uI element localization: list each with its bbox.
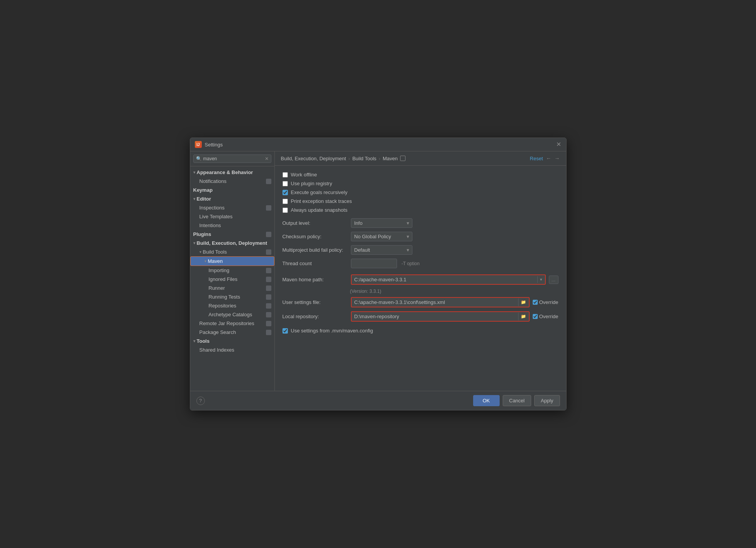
user-settings-override-wrap: Override — [533, 299, 558, 305]
sidebar-item-notifications[interactable]: Notifications — [190, 177, 274, 186]
help-button[interactable]: ? — [196, 397, 205, 405]
sidebar-item-remote-jar[interactable]: Remote Jar Repositories — [190, 319, 274, 328]
sidebar-item-archetype-catalogs[interactable]: Archetype Catalogs — [190, 310, 274, 319]
sidebar-item-label: Running Tests — [209, 294, 240, 300]
sidebar-item-running-tests[interactable]: Running Tests — [190, 292, 274, 301]
title-bar: IJ Settings ✕ — [190, 138, 566, 151]
checksum-policy-label: Checksum policy: — [282, 234, 348, 239]
search-box: 🔍 ✕ — [190, 151, 274, 166]
settings-node-icon — [266, 259, 271, 264]
sidebar-item-build-tools[interactable]: ▾ Build Tools — [190, 247, 274, 256]
sidebar-item-label: Tools — [197, 338, 210, 344]
sidebar-item-repositories[interactable]: Repositories — [190, 301, 274, 310]
expand-arrow-maven: ▾ — [204, 259, 206, 263]
sidebar-item-label: Build Tools — [203, 249, 227, 255]
apply-button[interactable]: Apply — [534, 395, 560, 406]
sidebar-item-label: Build, Execution, Deployment — [197, 240, 267, 246]
expand-arrow-build: ▾ — [193, 241, 195, 245]
sidebar-item-label: Notifications — [199, 178, 227, 184]
expand-arrow-tools: ▾ — [193, 339, 195, 343]
sidebar-item-label: Repositories — [209, 303, 236, 309]
sidebar-item-plugins[interactable]: Plugins — [190, 230, 274, 239]
sidebar-item-importing[interactable]: Importing — [190, 266, 274, 275]
user-settings-field-wrap: 📁 — [351, 297, 530, 307]
sidebar-item-package-search[interactable]: Package Search — [190, 328, 274, 337]
local-repo-override-label: Override — [539, 314, 558, 319]
use-plugin-registry-label: Use plugin registry — [291, 181, 332, 186]
sidebar-item-ignored-files[interactable]: Ignored Files — [190, 275, 274, 284]
maven-home-label: Maven home path: — [282, 277, 348, 282]
nav-forward-button[interactable]: → — [555, 155, 560, 161]
sidebar-item-tools[interactable]: ▾ Tools — [190, 337, 274, 345]
maven-home-input[interactable] — [352, 276, 536, 284]
multiproject-label: Multiproject build fail policy: — [282, 247, 348, 253]
settings-node-icon — [266, 277, 271, 282]
multiproject-dropdown-wrap: Default Fail At End Never Fail ▾ — [351, 245, 412, 255]
sidebar-item-label: Live Templates — [199, 214, 233, 219]
reset-button[interactable]: Reset — [530, 156, 543, 161]
thread-count-input[interactable] — [351, 259, 397, 268]
use-plugin-registry-checkbox[interactable] — [282, 181, 288, 186]
user-settings-override-label: Override — [539, 299, 558, 305]
always-update-label: Always update snapshots — [291, 207, 347, 213]
use-settings-checkbox[interactable] — [282, 328, 288, 334]
breadcrumb-sep-2: › — [379, 156, 380, 161]
user-settings-input[interactable] — [352, 298, 517, 306]
output-level-dropdown[interactable]: Info Debug Warning Error — [351, 218, 412, 228]
checksum-policy-row: Checksum policy: No Global Policy Fail W… — [282, 232, 558, 241]
work-offline-checkbox[interactable] — [282, 172, 288, 178]
dialog-body: 🔍 ✕ ▾ Appearance & Behavior Notification… — [190, 151, 566, 391]
always-update-checkbox[interactable] — [282, 208, 288, 213]
ok-button[interactable]: OK — [473, 395, 500, 406]
sidebar-item-label: Shared Indexes — [199, 347, 234, 353]
breadcrumb-part-2: Build Tools — [352, 156, 377, 161]
sidebar-item-build-execution[interactable]: ▾ Build, Execution, Deployment — [190, 239, 274, 247]
work-offline-label: Work offline — [291, 172, 317, 178]
search-input[interactable] — [203, 156, 263, 161]
settings-node-icon — [266, 294, 271, 300]
sidebar-item-keymap[interactable]: Keymap — [190, 186, 274, 194]
sidebar-item-editor[interactable]: ▾ Editor — [190, 194, 274, 203]
search-clear-icon[interactable]: ✕ — [265, 156, 269, 161]
sidebar-item-runner[interactable]: Runner — [190, 284, 274, 292]
sidebar-item-live-templates[interactable]: Live Templates — [190, 212, 274, 221]
breadcrumb-sep-1: › — [348, 156, 350, 161]
execute-goals-label: Execute goals recursively — [291, 189, 347, 195]
local-repo-input[interactable] — [352, 312, 517, 320]
expand-arrow-editor: ▾ — [193, 197, 195, 201]
print-exception-checkbox[interactable] — [282, 199, 288, 204]
settings-node-icon — [266, 303, 271, 309]
settings-panel: Work offline Use plugin registry Execute… — [275, 166, 566, 391]
sidebar-item-intentions[interactable]: Intentions — [190, 221, 274, 230]
breadcrumb-part-3: Maven — [383, 156, 398, 161]
expand-arrow-build-tools: ▾ — [199, 250, 201, 254]
sidebar-item-appearance[interactable]: ▾ Appearance & Behavior — [190, 168, 274, 177]
user-settings-browse-button[interactable]: 📁 — [518, 298, 528, 306]
breadcrumb-bar: Build, Execution, Deployment › Build Too… — [275, 151, 566, 166]
maven-home-dropdown-button[interactable]: ▾ — [537, 276, 545, 283]
sidebar-item-label: Inspections — [199, 205, 225, 211]
sidebar-item-maven[interactable]: ▾ Maven — [190, 256, 274, 266]
checksum-policy-dropdown-wrap: No Global Policy Fail Warn Ignore ▾ — [351, 232, 412, 241]
settings-node-icon — [266, 286, 271, 291]
cancel-button[interactable]: Cancel — [503, 395, 531, 406]
local-repo-browse-button[interactable]: 📁 — [518, 312, 528, 320]
multiproject-dropdown[interactable]: Default Fail At End Never Fail — [351, 245, 412, 255]
sidebar-item-label: Remote Jar Repositories — [199, 320, 254, 326]
expand-arrow-appearance: ▾ — [193, 170, 195, 174]
sidebar-item-inspections[interactable]: Inspections — [190, 203, 274, 212]
thread-count-row: Thread count -T option — [282, 259, 558, 268]
maven-home-browse-button[interactable]: … — [549, 276, 558, 284]
user-settings-row: User settings file: 📁 Override — [282, 297, 558, 307]
close-button[interactable]: ✕ — [556, 142, 562, 147]
always-update-row: Always update snapshots — [282, 207, 558, 213]
breadcrumb-part-1: Build, Execution, Deployment — [281, 156, 346, 161]
checksum-policy-dropdown[interactable]: No Global Policy Fail Warn Ignore — [351, 232, 412, 241]
local-repo-override-checkbox[interactable] — [533, 314, 538, 319]
sidebar-item-shared-indexes[interactable]: Shared Indexes — [190, 345, 274, 354]
execute-goals-checkbox[interactable] — [282, 190, 288, 195]
user-settings-override-checkbox[interactable] — [533, 300, 538, 305]
search-input-wrap: 🔍 ✕ — [193, 154, 271, 163]
settings-node-icon — [266, 330, 271, 335]
nav-back-button[interactable]: ← — [546, 155, 552, 161]
